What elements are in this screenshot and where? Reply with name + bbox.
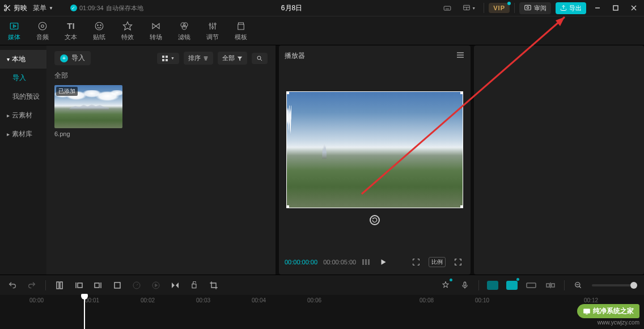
check-icon: ✓: [70, 5, 77, 11]
menu-label: 菜单: [33, 3, 46, 13]
svg-marker-67: [155, 284, 158, 286]
svg-point-23: [39, 22, 46, 30]
svg-rect-70: [192, 284, 196, 288]
svg-rect-43: [166, 59, 168, 61]
svg-rect-21: [10, 23, 18, 29]
speed-button[interactable]: [131, 280, 142, 291]
filter-icon: [237, 56, 243, 61]
player-viewport: [285, 65, 465, 251]
rotate-button[interactable]: [189, 280, 200, 291]
sidebar-item-cloud[interactable]: 云素材: [0, 106, 46, 125]
tab-adjust[interactable]: 调节: [198, 16, 227, 45]
search-button[interactable]: [252, 53, 268, 64]
template-icon: [235, 20, 247, 32]
reverse-button[interactable]: [150, 280, 162, 291]
edit-toolbar: [0, 275, 644, 295]
redo-button[interactable]: [26, 280, 37, 291]
svg-rect-58: [60, 282, 62, 289]
sidebar-item-import[interactable]: 导入: [0, 69, 46, 87]
player-header: 播放器: [285, 51, 465, 65]
filter-button[interactable]: 全部: [218, 52, 247, 65]
svg-line-78: [579, 286, 581, 288]
undo-button[interactable]: [7, 280, 18, 291]
view-mode-button[interactable]: ▼: [157, 53, 179, 64]
svg-line-3: [8, 9, 10, 10]
maximize-button[interactable]: [609, 1, 622, 15]
thumb-image: 已添加: [54, 85, 122, 128]
svg-marker-69: [176, 282, 179, 288]
playhead[interactable]: [84, 295, 85, 329]
svg-point-27: [100, 24, 101, 26]
player-menu-icon[interactable]: [456, 51, 465, 61]
crop-square-button[interactable]: [112, 280, 123, 291]
review-icon: [524, 4, 532, 12]
svg-rect-75: [552, 284, 554, 287]
tab-filter[interactable]: 滤镜: [170, 16, 198, 45]
svg-line-4: [6, 7, 7, 8]
menu-button[interactable]: 菜单 ▼: [33, 3, 53, 13]
align-button[interactable]: [545, 280, 556, 291]
asset-thumbnail[interactable]: 已添加 6.png: [54, 85, 122, 137]
review-button[interactable]: 审阅: [519, 2, 551, 14]
zoom-out-button[interactable]: [573, 280, 584, 291]
preview-canvas[interactable]: [286, 91, 463, 208]
tab-text[interactable]: TI 文本: [57, 16, 85, 45]
svg-point-39: [214, 23, 216, 24]
keyboard-icon[interactable]: [440, 2, 455, 14]
magic-button[interactable]: [440, 280, 451, 291]
monitor-icon: [583, 308, 591, 315]
divider: [514, 3, 515, 13]
crop-button[interactable]: [208, 280, 219, 291]
properties-panel: [474, 45, 644, 275]
chevron-down-icon: ▼: [472, 6, 476, 10]
player-title: 播放器: [285, 51, 305, 61]
svg-rect-71: [464, 282, 466, 286]
sidebar-item-library[interactable]: 素材库: [0, 125, 46, 144]
trim-left-button[interactable]: [73, 280, 84, 291]
asset-toolbar: + 导入 ▼ 排序 全部: [54, 51, 268, 65]
timeline[interactable]: 00:00 00:01 00:02 00:03 00:04 00:06 00:0…: [0, 295, 644, 329]
tab-transition[interactable]: 转场: [142, 16, 170, 45]
mirror-button[interactable]: [170, 280, 181, 291]
player-controls: 00:00:00:00 00:00:05:00 比例: [285, 251, 465, 269]
ratio-button[interactable]: 比例: [429, 257, 446, 267]
track-toggle-2[interactable]: [506, 280, 518, 291]
trim-right-button[interactable]: [92, 280, 104, 291]
tab-media[interactable]: 媒体: [0, 16, 28, 45]
play-button[interactable]: [376, 255, 390, 269]
track-toggle-3[interactable]: [526, 280, 537, 291]
effects-icon: [122, 20, 133, 32]
svg-rect-73: [546, 284, 549, 287]
track-toggle-1[interactable]: [487, 280, 498, 291]
zoom-slider[interactable]: [592, 284, 637, 286]
vip-button[interactable]: VIP: [489, 3, 510, 13]
svg-point-32: [184, 23, 188, 27]
layout-icon[interactable]: ▼: [459, 2, 479, 14]
svg-point-25: [95, 22, 103, 30]
rotate-handle[interactable]: [370, 215, 380, 225]
sort-button[interactable]: 排序: [184, 52, 213, 65]
adjust-icon: [207, 20, 218, 32]
close-button[interactable]: [627, 1, 641, 15]
svg-point-0: [5, 5, 7, 7]
split-button[interactable]: [54, 280, 65, 291]
tab-sticker[interactable]: 贴纸: [85, 16, 113, 45]
mic-button[interactable]: [459, 280, 471, 291]
svg-point-24: [41, 24, 44, 27]
tab-effects[interactable]: 特效: [113, 16, 142, 45]
tab-template[interactable]: 模板: [227, 16, 255, 45]
import-button[interactable]: + 导入: [54, 51, 91, 65]
minimize-button[interactable]: [591, 1, 604, 15]
safezone-button[interactable]: [409, 255, 423, 269]
chevron-down-icon: ▼: [49, 6, 53, 11]
sidebar-item-local[interactable]: 本地: [0, 50, 46, 69]
divider: [564, 280, 565, 290]
tab-audio[interactable]: 音频: [28, 16, 57, 45]
asset-panel: + 导入 ▼ 排序 全部 全部 已添加: [46, 45, 276, 275]
export-button[interactable]: 导出: [556, 2, 586, 14]
columns-icon[interactable]: [362, 258, 371, 266]
sidebar-item-presets[interactable]: 我的预设: [0, 87, 46, 106]
svg-rect-40: [162, 56, 164, 58]
fullscreen-button[interactable]: [451, 255, 465, 269]
svg-point-15: [527, 7, 529, 9]
